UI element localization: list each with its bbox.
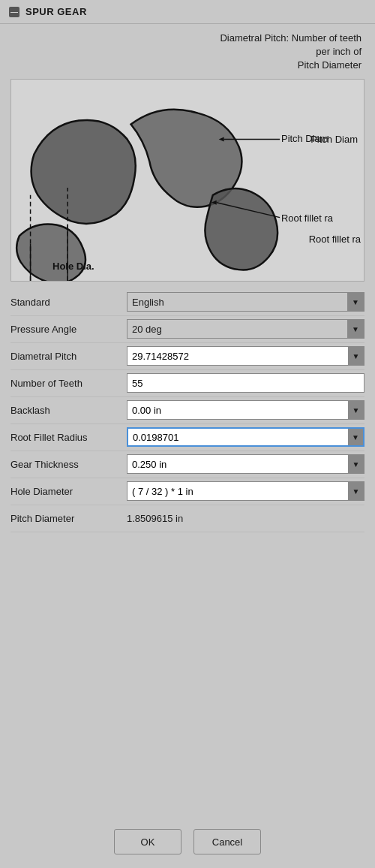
root-fillet-radius-row: Root Fillet Radius: [10, 424, 364, 451]
diametral-pitch-arrow[interactable]: [348, 346, 364, 366]
button-bar: OK Cancel: [0, 818, 375, 868]
fields-container: Standard English Pressure Angle 20 deg D…: [10, 289, 364, 554]
root-fillet-radius-input[interactable]: [127, 427, 348, 447]
pressure-angle-arrow[interactable]: [347, 319, 364, 339]
pitch-diameter-row: Pitch Diameter 1.8509615 in: [10, 505, 364, 532]
pressure-angle-value: 20 deg: [128, 322, 347, 336]
hole-diameter-row: Hole Diameter: [10, 478, 364, 505]
hole-diameter-input[interactable]: [127, 481, 348, 501]
standard-label: Standard: [10, 297, 127, 308]
svg-text:Root fillet ra: Root fillet ra: [281, 212, 334, 223]
number-of-teeth-row: Number of Teeth: [10, 370, 364, 397]
diagram-area: Hole Dia. Pitch Diam Root fillet ra Hole…: [10, 79, 364, 282]
diametral-pitch-control: [127, 346, 364, 366]
title-bar: SPUR GEAR: [0, 0, 375, 24]
main-content: Diametral Pitch: Number of teeth per inc…: [0, 24, 375, 818]
pressure-angle-dropdown[interactable]: 20 deg: [127, 319, 364, 339]
minimize-icon[interactable]: [9, 7, 20, 17]
hole-diameter-control: [127, 481, 364, 501]
diametral-pitch-input[interactable]: [127, 346, 348, 366]
hole-diameter-arrow[interactable]: [348, 481, 364, 501]
diametral-pitch-label: Diametral Pitch: [10, 351, 127, 362]
backlash-arrow[interactable]: [348, 400, 364, 420]
gear-thickness-control: [127, 454, 364, 474]
number-of-teeth-input[interactable]: [127, 373, 364, 393]
root-fillet-radius-arrow[interactable]: [348, 427, 364, 447]
diametral-pitch-input-group: [127, 346, 364, 366]
description-line1: Diametral Pitch: Number of teeth: [10, 32, 362, 45]
standard-row: Standard English: [10, 289, 364, 316]
svg-text:Pitch Diam: Pitch Diam: [281, 133, 328, 144]
pitch-diameter-control: 1.8509615 in: [127, 511, 364, 526]
standard-dropdown[interactable]: English: [127, 292, 364, 312]
gear-thickness-row: Gear Thickness: [10, 451, 364, 478]
standard-arrow[interactable]: [347, 292, 364, 312]
standard-value: English: [128, 295, 347, 309]
pressure-angle-label: Pressure Angle: [10, 324, 127, 335]
root-fillet-radius-input-group: [127, 427, 364, 447]
backlash-row: Backlash: [10, 397, 364, 424]
backlash-control: [127, 400, 364, 420]
pressure-angle-control: 20 deg: [127, 319, 364, 339]
standard-control: English: [127, 292, 364, 312]
gear-thickness-input[interactable]: [127, 454, 348, 474]
backlash-input[interactable]: [127, 400, 348, 420]
gear-thickness-label: Gear Thickness: [10, 459, 127, 470]
diametral-pitch-row: Diametral Pitch: [10, 343, 364, 370]
cancel-button[interactable]: Cancel: [194, 829, 261, 854]
number-of-teeth-control: [127, 373, 364, 393]
backlash-input-group: [127, 400, 364, 420]
description-line2: per inch of: [10, 45, 362, 59]
pitch-diameter-label: Pitch Diameter: [10, 513, 127, 524]
root-fillet-radius-label: Root Fillet Radius: [10, 432, 127, 443]
root-fillet-radius-control: [127, 427, 364, 447]
hole-diameter-label: Hole Diameter: [10, 486, 127, 497]
gear-thickness-input-group: [127, 454, 364, 474]
description-text: Diametral Pitch: Number of teeth per inc…: [10, 32, 364, 73]
backlash-label: Backlash: [10, 405, 127, 416]
pressure-angle-row: Pressure Angle 20 deg: [10, 316, 364, 343]
pitch-diameter-value: 1.8509615 in: [127, 511, 183, 526]
ok-button[interactable]: OK: [114, 829, 182, 854]
window-title: SPUR GEAR: [26, 6, 87, 17]
description-line3: Pitch Diameter: [10, 59, 362, 72]
gear-thickness-arrow[interactable]: [348, 454, 364, 474]
hole-diameter-input-group: [127, 481, 364, 501]
number-of-teeth-label: Number of Teeth: [10, 378, 127, 389]
